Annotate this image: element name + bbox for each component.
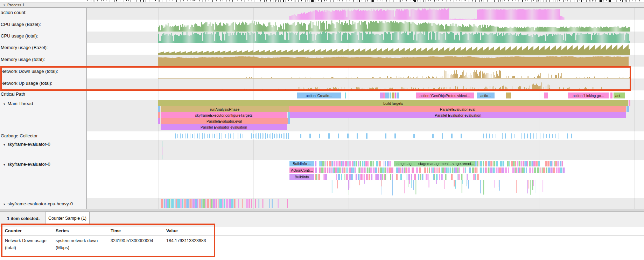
section-main-thread[interactable]: ▾Main Thread — [1, 101, 33, 107]
timeline-fragment[interactable] — [506, 93, 511, 98]
selection-status: 1 item selected. — [7, 216, 40, 221]
track-viz-cpu-heavy[interactable] — [87, 199, 644, 208]
timeline-fragment[interactable] — [158, 106, 160, 112]
timeline-fragment[interactable] — [626, 106, 629, 112]
section-label: skyframe-evaluator-0 — [8, 142, 50, 147]
timeline-span[interactable]: BuildInfo — [289, 174, 314, 180]
track-label-mem-bazel: Memory usage (Bazel): — [1, 45, 48, 50]
timeline-span[interactable]: skyframeExecutor.configureTargets — [161, 112, 287, 118]
timeline-fragment[interactable] — [392, 93, 394, 98]
timeline-fragment[interactable] — [158, 112, 160, 118]
timeline-fragment[interactable] — [162, 147, 162, 155]
track-label-action-count: action count: — [1, 10, 27, 15]
track-viz-mem-total[interactable] — [87, 55, 644, 67]
tab-counter-sample[interactable]: Counter Sample (1) — [45, 212, 90, 225]
track-viz-gc-ticks[interactable] — [87, 132, 644, 139]
timeline-span[interactable]: ParallelEvaluator.eval — [161, 118, 288, 124]
section-label: Main Thread — [8, 101, 33, 106]
collapse-arrow-icon[interactable]: ▾ — [1, 163, 8, 166]
timeline-fragment[interactable] — [544, 93, 548, 98]
section-skyframe-evaluator-cpu-heavy[interactable]: ▾skyframe-evaluator-cpu-heavy-0 — [1, 201, 73, 207]
section-label: skyframe-evaluator-cpu-heavy-0 — [8, 201, 73, 206]
timeline-span[interactable]: action 'Linking go... — [568, 93, 609, 98]
timeline-span[interactable]: act... — [614, 93, 625, 98]
track-viz-flame-row-b[interactable] — [87, 167, 644, 173]
timeline-fragment[interactable] — [629, 100, 630, 106]
track-viz-cpu-bazel[interactable] — [87, 20, 644, 32]
track-label-column: action count: CPU usage (Bazel): CPU usa… — [0, 8, 87, 209]
track-viz-action-count[interactable] — [87, 8, 644, 20]
timeline-fragment[interactable] — [610, 93, 612, 98]
timeline-fragment[interactable] — [380, 93, 383, 98]
timeline-span[interactable]: BuildInfo ... — [289, 161, 314, 166]
collapse-arrow-icon[interactable]: ▾ — [1, 102, 8, 106]
section-label-critical-path: Critical Path — [1, 91, 25, 97]
annotation-box-sample-table — [1, 224, 215, 257]
track-viz-flame-row-c[interactable] — [87, 174, 644, 180]
section-label: skyframe-evaluator-0 — [8, 162, 50, 167]
timeline-fragment[interactable] — [288, 118, 290, 124]
panel-splitter[interactable] — [0, 209, 644, 212]
process-header[interactable]: ▾ Process 1 — [0, 2, 644, 8]
collapse-arrow-icon[interactable]: ▾ — [1, 143, 8, 146]
track-viz-flame-drips[interactable] — [87, 180, 644, 197]
timeline-span[interactable]: ParallelEvaluator.eval — [289, 106, 626, 112]
timeline-fragment[interactable] — [395, 93, 396, 98]
timeline-span[interactable]: Parallel Evaluator evaluation — [290, 112, 626, 118]
timeline-fragment[interactable] — [345, 93, 346, 98]
track-viz-cpu-total[interactable] — [87, 32, 644, 43]
annotation-box-network-tracks — [0, 66, 631, 91]
trace-viewer: ▾ Process 1 action count: CPU usage (Baz… — [0, 0, 644, 260]
timeline-span[interactable]: ActionConti... — [289, 167, 314, 173]
section-label-garbage-collector: Garbage Collector — [1, 133, 38, 139]
timeline-fragment[interactable] — [288, 112, 290, 118]
track-background — [87, 140, 644, 160]
timeline-span[interactable]: actio... — [477, 93, 495, 98]
timeline-fragment[interactable] — [385, 93, 389, 98]
timeline-span[interactable]: action 'Creatin... — [297, 93, 341, 98]
track-label-cpu-total: CPU usage (total): — [1, 33, 38, 39]
timeline-span[interactable]: stagemanagement...stage.remot... — [418, 161, 475, 166]
track-label-mem-total: Memory usage (total): — [1, 57, 45, 62]
timeline-span[interactable]: runAnalysisPhase — [161, 106, 289, 112]
process-title: Process 1 — [7, 3, 24, 7]
collapse-arrow-icon[interactable]: ▾ — [1, 203, 8, 206]
timeline-fragment[interactable] — [390, 93, 391, 98]
timeline-span[interactable]: action 'GenObjcProtos video/... — [416, 93, 474, 98]
timeline-fragment[interactable] — [158, 118, 160, 124]
timeline-span[interactable]: stag:stag... — [394, 161, 418, 166]
collapse-arrow-icon[interactable]: ▾ — [4, 4, 5, 7]
track-viz-flame-row-a[interactable] — [87, 161, 644, 166]
timeline-span[interactable]: Parallel Evaluator evaluation — [161, 124, 287, 130]
track-label-cpu-bazel: CPU usage (Bazel): — [1, 22, 41, 27]
track-viz-mem-bazel[interactable] — [87, 43, 644, 55]
timeline-span[interactable]: buildTargets — [158, 100, 628, 106]
timeline-fragment[interactable] — [397, 93, 399, 98]
section-skyframe-evaluator-0-a[interactable]: ▾skyframe-evaluator-0 — [1, 142, 50, 147]
timeline-fragment[interactable] — [383, 93, 385, 98]
section-skyframe-evaluator-0-b[interactable]: ▾skyframe-evaluator-0 — [1, 162, 50, 167]
